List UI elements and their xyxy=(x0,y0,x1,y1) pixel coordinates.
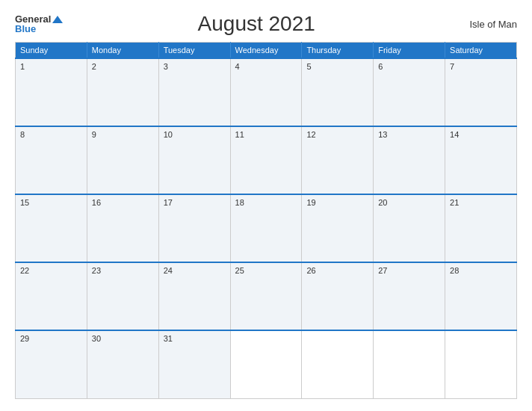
day-number: 31 xyxy=(164,334,173,343)
calendar-cell: 12 xyxy=(302,126,374,194)
day-number: 14 xyxy=(450,130,459,139)
logo-triangle-icon xyxy=(52,16,63,23)
day-number: 13 xyxy=(378,130,387,139)
day-number: 22 xyxy=(20,266,29,275)
calendar-cell xyxy=(374,330,445,398)
col-thursday: Thursday xyxy=(302,43,374,59)
page: General Blue August 2021 Isle of Man Sun… xyxy=(0,0,532,411)
calendar-cell: 22 xyxy=(16,262,87,330)
day-number: 10 xyxy=(164,130,173,139)
logo-blue-text: Blue xyxy=(15,24,36,34)
day-number: 4 xyxy=(235,62,240,71)
calendar-cell: 20 xyxy=(374,194,445,262)
day-number: 7 xyxy=(450,62,454,71)
calendar-cell: 14 xyxy=(445,126,517,194)
day-number: 17 xyxy=(164,198,173,207)
calendar-cell: 2 xyxy=(87,58,158,126)
day-number: 1 xyxy=(20,62,25,71)
day-number: 5 xyxy=(306,62,311,71)
day-number: 18 xyxy=(235,198,244,207)
calendar-week-row: 22232425262728 xyxy=(16,262,517,330)
calendar-cell: 27 xyxy=(374,262,445,330)
day-number: 6 xyxy=(378,62,383,71)
calendar-cell: 5 xyxy=(302,58,374,126)
calendar-cell: 1 xyxy=(16,58,87,126)
calendar-cell: 17 xyxy=(158,194,230,262)
day-number: 20 xyxy=(378,198,387,207)
calendar-cell: 19 xyxy=(302,194,374,262)
day-number: 28 xyxy=(450,266,459,275)
day-number: 29 xyxy=(20,334,29,343)
calendar-table: Sunday Monday Tuesday Wednesday Thursday… xyxy=(15,42,517,399)
col-friday: Friday xyxy=(374,43,445,59)
calendar-cell xyxy=(230,330,302,398)
col-monday: Monday xyxy=(87,43,158,59)
calendar-cell: 9 xyxy=(87,126,158,194)
day-number: 25 xyxy=(235,266,244,275)
day-number: 26 xyxy=(306,266,315,275)
col-saturday: Saturday xyxy=(445,43,517,59)
calendar-cell: 30 xyxy=(87,330,158,398)
calendar-week-row: 15161718192021 xyxy=(16,194,517,262)
calendar-cell: 26 xyxy=(302,262,374,330)
day-number: 9 xyxy=(92,130,96,139)
day-number: 19 xyxy=(306,198,315,207)
calendar-cell: 7 xyxy=(445,58,517,126)
day-number: 2 xyxy=(92,62,96,71)
calendar-cell: 13 xyxy=(374,126,445,194)
calendar-week-row: 293031 xyxy=(16,330,517,398)
day-number: 3 xyxy=(164,62,168,71)
calendar-cell: 24 xyxy=(158,262,230,330)
calendar-cell: 18 xyxy=(230,194,302,262)
day-number: 21 xyxy=(450,198,459,207)
calendar-cell: 16 xyxy=(87,194,158,262)
day-number: 24 xyxy=(164,266,173,275)
col-sunday: Sunday xyxy=(16,43,87,59)
calendar-cell: 29 xyxy=(16,330,87,398)
day-number: 12 xyxy=(306,130,315,139)
col-tuesday: Tuesday xyxy=(158,43,230,59)
header: General Blue August 2021 Isle of Man xyxy=(15,12,517,36)
calendar-cell: 28 xyxy=(445,262,517,330)
calendar-cell: 23 xyxy=(87,262,158,330)
calendar-cell xyxy=(445,330,517,398)
calendar-cell xyxy=(302,330,374,398)
day-number: 27 xyxy=(378,266,387,275)
day-number: 16 xyxy=(92,198,101,207)
day-number: 8 xyxy=(20,130,25,139)
calendar-cell: 6 xyxy=(374,58,445,126)
calendar-cell: 3 xyxy=(158,58,230,126)
calendar-cell: 25 xyxy=(230,262,302,330)
day-number: 23 xyxy=(92,266,101,275)
calendar-title: August 2021 xyxy=(63,12,450,36)
calendar-week-row: 1234567 xyxy=(16,58,517,126)
calendar-cell: 4 xyxy=(230,58,302,126)
calendar-week-row: 891011121314 xyxy=(16,126,517,194)
calendar-cell: 21 xyxy=(445,194,517,262)
calendar-cell: 10 xyxy=(158,126,230,194)
days-of-week-row: Sunday Monday Tuesday Wednesday Thursday… xyxy=(16,43,517,59)
calendar-cell: 8 xyxy=(16,126,87,194)
calendar-cell: 31 xyxy=(158,330,230,398)
calendar-body: 1234567891011121314151617181920212223242… xyxy=(16,58,517,399)
col-wednesday: Wednesday xyxy=(230,43,302,59)
region-label: Isle of Man xyxy=(450,19,517,30)
calendar-cell: 11 xyxy=(230,126,302,194)
day-number: 11 xyxy=(235,130,244,139)
day-number: 15 xyxy=(20,198,29,207)
calendar-header: Sunday Monday Tuesday Wednesday Thursday… xyxy=(16,43,517,59)
calendar-cell: 15 xyxy=(16,194,87,262)
logo: General Blue xyxy=(15,14,63,34)
day-number: 30 xyxy=(92,334,101,343)
